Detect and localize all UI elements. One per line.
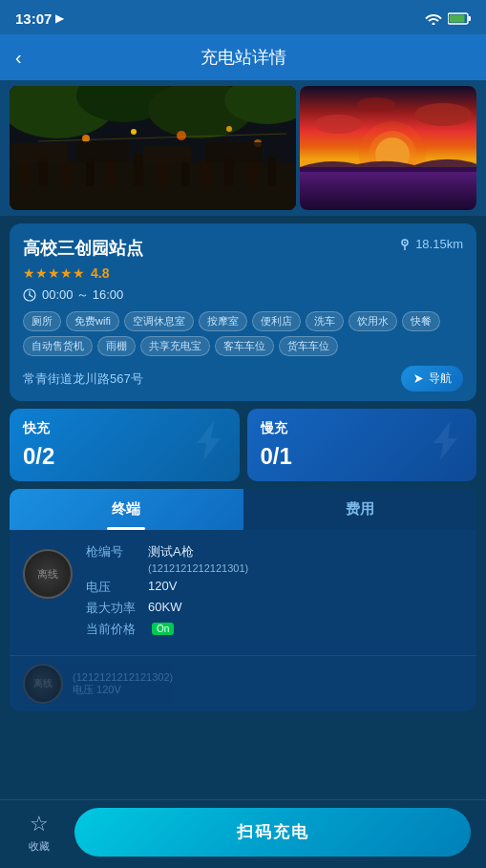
photo-left bbox=[10, 86, 296, 210]
rating-number: 4.8 bbox=[91, 265, 109, 281]
svg-rect-27 bbox=[267, 157, 276, 186]
bottom-bar: ☆ 收藏 扫码充电 bbox=[0, 799, 486, 868]
svg-rect-30 bbox=[143, 145, 191, 162]
station-info-card: 高校三创园站点 18.15km ★★★★★ 4.8 00:00 ～ 16:00 … bbox=[10, 223, 476, 401]
svg-point-0 bbox=[433, 23, 435, 26]
svg-line-44 bbox=[30, 295, 32, 297]
current-price-val: On bbox=[148, 621, 174, 638]
svg-point-10 bbox=[82, 135, 90, 142]
fast-charge-icon bbox=[187, 419, 230, 471]
photo-right bbox=[300, 86, 476, 210]
max-power-row: 最大功率 60KW bbox=[86, 600, 463, 617]
svg-rect-2 bbox=[469, 16, 472, 21]
night-market-image bbox=[10, 86, 296, 210]
svg-rect-39 bbox=[300, 167, 476, 210]
svg-point-36 bbox=[314, 115, 362, 134]
stars: ★★★★★ bbox=[23, 265, 85, 281]
fast-charge-card[interactable]: 快充 0/2 bbox=[10, 409, 240, 481]
svg-point-37 bbox=[414, 103, 472, 126]
voltage-row: 电压 120V bbox=[86, 579, 463, 596]
address-text: 常青街道龙川路567号 bbox=[23, 370, 143, 388]
terminal-item-1: 离线 枪编号 测试A枪(1212121212121301) 电压 120V 最大… bbox=[10, 530, 476, 656]
battery-icon bbox=[448, 12, 471, 25]
svg-rect-26 bbox=[246, 159, 257, 186]
sunset-image bbox=[300, 86, 476, 210]
tag-vending: 自动售货机 bbox=[23, 336, 93, 356]
tag-water: 饮用水 bbox=[349, 311, 397, 331]
tabs-section: 终端 费用 bbox=[10, 489, 476, 530]
svg-rect-21 bbox=[134, 153, 143, 186]
terminal-details-2: (1212121212121302) 电压 120V bbox=[73, 671, 173, 697]
tag-carwash: 洗车 bbox=[306, 311, 344, 331]
status-bar: 13:07 ▶ bbox=[0, 0, 486, 34]
tabs-header: 终端 费用 bbox=[10, 489, 476, 530]
terminal-section: 离线 枪编号 测试A枪(1212121212121301) 电压 120V 最大… bbox=[10, 530, 476, 711]
clock-icon bbox=[23, 288, 36, 302]
tab-fee[interactable]: 费用 bbox=[243, 489, 477, 530]
max-power-val: 60KW bbox=[148, 600, 181, 617]
top-nav: ‹ 充电站详情 bbox=[0, 34, 486, 80]
back-button[interactable]: ‹ bbox=[15, 47, 22, 69]
current-price-key: 当前价格 bbox=[86, 621, 148, 638]
tag-toilet: 厕所 bbox=[23, 311, 61, 331]
slow-charge-icon bbox=[424, 419, 467, 471]
status-time: 13:07 bbox=[15, 11, 52, 27]
navigate-button[interactable]: 导航 bbox=[401, 366, 463, 392]
svg-rect-3 bbox=[450, 14, 465, 22]
tag-ac-room: 空调休息室 bbox=[124, 311, 194, 331]
svg-rect-31 bbox=[205, 142, 263, 162]
slow-charge-card[interactable]: 慢充 0/1 bbox=[247, 409, 477, 481]
terminal-details-1: 枪编号 测试A枪(1212121212121301) 电压 120V 最大功率 … bbox=[86, 543, 463, 642]
station-header: 高校三创园站点 18.15km bbox=[23, 237, 463, 260]
station-distance: 18.15km bbox=[398, 237, 463, 251]
gun-no-val: 测试A枪(1212121212121301) bbox=[148, 543, 248, 575]
station-hours: 00:00 ～ 16:00 bbox=[23, 286, 463, 304]
tag-food: 快餐 bbox=[402, 311, 440, 331]
favorite-label: 收藏 bbox=[29, 839, 50, 854]
terminal-status-label-1: 离线 bbox=[37, 567, 58, 582]
scan-charge-button[interactable]: 扫码充电 bbox=[74, 808, 471, 857]
navigate-icon bbox=[412, 372, 425, 385]
on-badge: On bbox=[152, 623, 174, 635]
svg-point-38 bbox=[357, 97, 395, 113]
tags-container: 厕所 免费wifi 空调休息室 按摩室 便利店 洗车 饮用水 快餐 自动售货机 … bbox=[23, 311, 463, 356]
svg-rect-28 bbox=[10, 143, 67, 162]
station-address-row: 常青街道龙川路567号 导航 bbox=[23, 366, 463, 392]
station-name: 高校三创园站点 bbox=[23, 237, 143, 260]
tab-terminal[interactable]: 终端 bbox=[10, 489, 243, 530]
wifi-icon bbox=[425, 11, 442, 25]
terminal-status-1: 离线 bbox=[23, 549, 73, 599]
tag-truck-parking: 货车车位 bbox=[279, 336, 338, 356]
current-price-row: 当前价格 On bbox=[86, 621, 463, 638]
voltage-key: 电压 bbox=[86, 579, 148, 596]
gun-no-key: 枪编号 bbox=[86, 543, 148, 575]
station-rating: ★★★★★ 4.8 bbox=[23, 265, 463, 281]
tag-bus-parking: 客车车位 bbox=[215, 336, 274, 356]
star-icon: ☆ bbox=[30, 812, 49, 836]
hours-text: 00:00 ～ 16:00 bbox=[42, 286, 123, 304]
svg-point-11 bbox=[131, 129, 137, 135]
voltage-val: 120V bbox=[148, 579, 177, 596]
tag-canopy: 雨棚 bbox=[97, 336, 136, 356]
tag-massage: 按摩室 bbox=[199, 311, 247, 331]
svg-rect-29 bbox=[76, 141, 129, 162]
max-power-key: 最大功率 bbox=[86, 600, 148, 617]
terminal-2-voltage: 电压 120V bbox=[73, 684, 121, 695]
tag-wifi: 免费wifi bbox=[66, 311, 119, 331]
terminal-peek: 离线 (1212121212121302) 电压 120V bbox=[10, 656, 476, 711]
tag-convenience: 便利店 bbox=[252, 311, 301, 331]
location-icon: ▶ bbox=[55, 11, 64, 25]
gun-no-row: 枪编号 测试A枪(1212121212121301) bbox=[86, 543, 463, 575]
charging-cards: 快充 0/2 慢充 0/1 bbox=[0, 409, 486, 481]
photo-gallery bbox=[0, 80, 486, 216]
page-title: 充电站详情 bbox=[201, 46, 286, 69]
svg-rect-18 bbox=[62, 160, 73, 186]
svg-rect-24 bbox=[201, 159, 212, 186]
svg-point-13 bbox=[226, 126, 232, 132]
svg-point-12 bbox=[177, 131, 186, 140]
location-icon bbox=[398, 238, 412, 251]
favorite-button[interactable]: ☆ 收藏 bbox=[15, 812, 63, 854]
terminal-status-2: 离线 bbox=[23, 664, 63, 704]
svg-rect-20 bbox=[105, 159, 116, 186]
svg-point-41 bbox=[404, 242, 406, 243]
